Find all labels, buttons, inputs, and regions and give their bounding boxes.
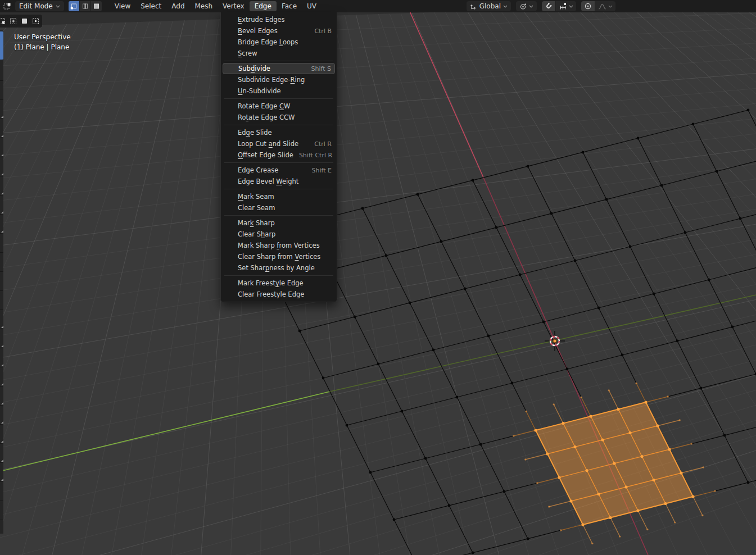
menu-item-clear-seam[interactable]: Clear Seam — [221, 202, 337, 213]
menu-item-shortcut: Ctrl B — [309, 28, 332, 35]
mode-selector-dropdown[interactable]: Edit Mode — [15, 1, 64, 11]
chevron-down-icon — [569, 5, 573, 8]
menu-item-un-subdivide[interactable]: Un-Subdivide — [221, 85, 337, 97]
menu-separator — [224, 98, 333, 99]
tool-group-corner-icon — [1, 440, 3, 443]
toolbar-tool-slot[interactable] — [0, 119, 3, 138]
tool-group-corner-icon — [1, 345, 3, 347]
chevron-down-icon — [56, 5, 60, 8]
menu-item-label: Mark Sharp — [238, 219, 275, 227]
toolbar-tool-slot[interactable] — [0, 386, 3, 406]
active-tool-indicator[interactable] — [0, 31, 3, 60]
toolbar-tool-slot[interactable] — [0, 138, 3, 157]
menu-add[interactable]: Add — [166, 1, 189, 11]
menu-item-bevel-edges[interactable]: Bevel EdgesCtrl B — [221, 25, 337, 37]
toolbar-tool-slot[interactable] — [0, 253, 3, 272]
menu-item-clear-sharp[interactable]: Clear Sharp — [221, 229, 337, 240]
tool-group-corner-icon — [1, 479, 3, 481]
toolbar-tool-slot[interactable] — [0, 291, 3, 310]
proportional-editing-toggle[interactable] — [581, 1, 595, 11]
menu-item-edge-bevel-weight[interactable]: Edge Bevel Weight — [221, 176, 337, 187]
menu-item-rotate-edge-cw[interactable]: Rotate Edge CW — [221, 101, 337, 112]
face-select-button[interactable] — [91, 1, 102, 11]
pivot-point-icon — [519, 3, 527, 10]
toolbar-tool-slot[interactable] — [0, 81, 3, 100]
toolbar-tool-slot[interactable] — [0, 444, 3, 463]
menu-view[interactable]: View — [110, 1, 135, 11]
select-mode-extend-icon[interactable] — [8, 16, 18, 26]
toolbar-tool-slot[interactable] — [0, 176, 3, 195]
menu-item-label: Rotate Edge CCW — [238, 113, 295, 121]
menu-item-mark-freestyle-edge[interactable]: Mark Freestyle Edge — [221, 278, 337, 289]
menu-item-label: Rotate Edge CW — [238, 102, 290, 110]
menu-item-edge-crease[interactable]: Edge CreaseShift E — [221, 165, 337, 176]
menu-select[interactable]: Select — [135, 1, 166, 11]
menu-item-label: Clear Seam — [238, 204, 275, 212]
select-mode-subtract-icon[interactable] — [20, 16, 29, 26]
menu-item-edge-slide[interactable]: Edge Slide — [221, 127, 337, 138]
vertex-select-button[interactable] — [69, 1, 79, 11]
menu-item-rotate-edge-ccw[interactable]: Rotate Edge CCW — [221, 112, 337, 123]
menu-item-offset-edge-slide[interactable]: Offset Edge SlideShift Ctrl R — [221, 149, 337, 161]
menu-item-clear-sharp-from-vertices[interactable]: Clear Sharp from Vertices — [221, 251, 337, 262]
menu-item-clear-freestyle-edge[interactable]: Clear Freestyle Edge — [221, 289, 337, 300]
editor-type-3d-viewport-icon[interactable] — [3, 2, 11, 11]
toolbar-tool-slot[interactable] — [0, 348, 3, 367]
edge-select-icon — [82, 3, 89, 10]
toolbar-tool-slot[interactable] — [0, 425, 3, 444]
snap-toggle-button[interactable] — [542, 1, 555, 11]
falloff-dropdown[interactable] — [595, 1, 615, 11]
menu-item-loop-cut-and-slide[interactable]: Loop Cut and SlideCtrl R — [221, 138, 337, 149]
select-mode-new-icon[interactable] — [0, 16, 7, 26]
pivot-point-dropdown[interactable] — [516, 1, 537, 11]
edge-select-button[interactable] — [80, 1, 90, 11]
transform-orientation-dropdown[interactable]: Global — [467, 1, 511, 11]
toolbar-tool-slot[interactable] — [0, 482, 3, 501]
menu-item-screw[interactable]: Screw — [221, 48, 337, 59]
toolbar-tool-slot[interactable] — [0, 195, 3, 215]
menu-edge[interactable]: Edge — [250, 1, 277, 11]
menu-item-shortcut: Shift E — [306, 167, 332, 174]
snapping-controls — [542, 1, 576, 11]
toolbar-tool-slot[interactable] — [0, 501, 3, 520]
toolbar-tool-slot[interactable] — [0, 272, 3, 291]
header-menu-bar: ViewSelectAddMeshVertexEdgeFaceUV — [110, 1, 322, 11]
menu-item-label: Bevel Edges — [238, 27, 278, 35]
menu-separator — [224, 189, 333, 189]
select-mode-intersect-icon[interactable] — [31, 16, 40, 26]
toolbar-tool-slot[interactable] — [0, 406, 3, 425]
menu-uv[interactable]: UV — [302, 1, 322, 11]
toolbar-tool-slot[interactable] — [0, 215, 3, 234]
toolbar-tool-slot[interactable] — [0, 62, 3, 81]
toolbar-tool-slot[interactable] — [0, 157, 3, 176]
chevron-down-icon — [608, 5, 613, 8]
menu-mesh[interactable]: Mesh — [190, 1, 218, 11]
menu-item-subdivide[interactable]: SubdivideShift S — [223, 63, 335, 74]
toolbar-tool-slot[interactable] — [0, 329, 3, 348]
blender-window: User Perspective (1) Plane | Plane Edit … — [0, 0, 756, 555]
toolbar-tool-slot[interactable] — [0, 463, 3, 482]
toolbar-strip[interactable] — [0, 30, 3, 534]
toolbar-tool-slot[interactable] — [0, 100, 3, 119]
toolbar-tool-slot[interactable] — [0, 367, 3, 386]
transform-orientation-icon — [470, 3, 477, 10]
menu-item-subdivide-edge-ring[interactable]: Subdivide Edge-Ring — [221, 74, 337, 85]
menu-item-mark-sharp[interactable]: Mark Sharp — [221, 217, 337, 229]
snap-target-dropdown[interactable] — [556, 1, 576, 11]
menu-item-set-sharpness-by-angle[interactable]: Set Sharpness by Angle — [221, 262, 337, 274]
menu-separator — [224, 125, 333, 125]
chevron-down-icon — [529, 5, 533, 8]
viewport-3d[interactable] — [0, 12, 756, 555]
tool-group-corner-icon — [1, 421, 3, 424]
toolbar-tool-slot[interactable] — [0, 310, 3, 329]
tool-group-corner-icon — [1, 116, 3, 118]
menu-item-bridge-edge-loops[interactable]: Bridge Edge Loops — [221, 37, 337, 48]
menu-item-mark-sharp-from-vertices[interactable]: Mark Sharp from Vertices — [221, 240, 337, 251]
toolbar-tool-slot[interactable] — [0, 234, 3, 253]
menu-item-label: Subdivide Edge-Ring — [238, 76, 305, 84]
menu-vertex[interactable]: Vertex — [218, 1, 250, 11]
menu-face[interactable]: Face — [277, 1, 302, 11]
menu-item-label: Clear Sharp — [238, 230, 275, 238]
menu-item-extrude-edges[interactable]: Extrude Edges — [221, 14, 337, 25]
menu-item-mark-seam[interactable]: Mark Seam — [221, 191, 337, 202]
